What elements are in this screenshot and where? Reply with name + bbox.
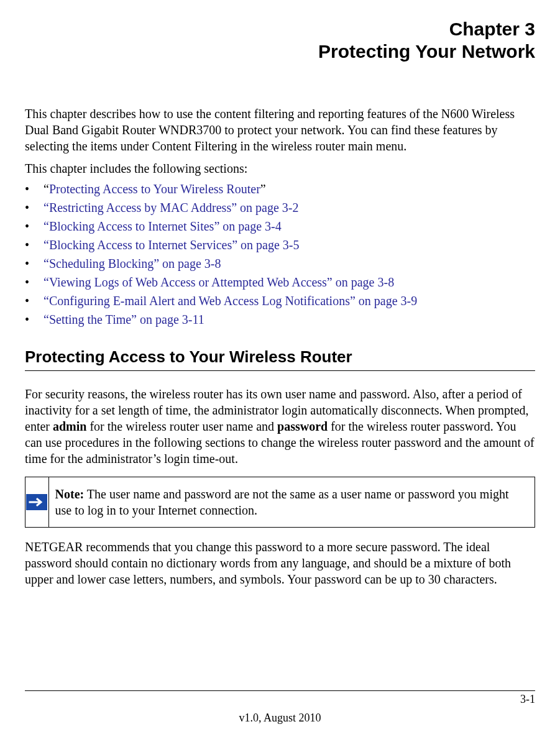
- toc-item: • “Setting the Time” on page 3-11: [25, 310, 535, 329]
- toc-item: • “Protecting Access to Your Wireless Ro…: [25, 180, 535, 198]
- bullet-icon: •: [25, 310, 44, 329]
- body-paragraph-2: NETGEAR recommends that you change this …: [25, 539, 535, 587]
- toc-link[interactable]: “Blocking Access to Internet Services” o…: [44, 238, 300, 252]
- toc-link[interactable]: “Restricting Access by MAC Address” on p…: [44, 201, 298, 214]
- sections-intro-text: This chapter includes the following sect…: [25, 162, 535, 176]
- toc-item: • “Blocking Access to Internet Sites” on…: [25, 217, 535, 236]
- page-number: 3-1: [520, 693, 535, 706]
- toc-quote-open: “: [44, 182, 49, 196]
- section-rule: [25, 370, 535, 371]
- bullet-icon: •: [25, 254, 44, 273]
- bullet-icon: •: [25, 236, 44, 254]
- toc-text: “Blocking Access to Internet Services” o…: [44, 236, 300, 254]
- toc-text: “Blocking Access to Internet Sites” on p…: [44, 217, 282, 236]
- body-paragraph-1: For security reasons, the wireless route…: [25, 386, 535, 467]
- intro-paragraph: This chapter describes how to use the co…: [25, 106, 535, 154]
- toc-item: • “Viewing Logs of Web Access or Attempt…: [25, 273, 535, 291]
- toc-link[interactable]: “Viewing Logs of Web Access or Attempted…: [44, 275, 394, 289]
- chapter-header: Chapter 3 Protecting Your Network: [25, 19, 535, 62]
- toc-list: • “Protecting Access to Your Wireless Ro…: [25, 180, 535, 329]
- note-label: Note:: [55, 487, 85, 501]
- toc-text: “Scheduling Blocking” on page 3-8: [44, 254, 221, 273]
- toc-item: • “Blocking Access to Internet Services”…: [25, 236, 535, 254]
- toc-text: “Configuring E-mail Alert and Web Access…: [44, 291, 417, 310]
- toc-text: “Restricting Access by MAC Address” on p…: [44, 198, 298, 217]
- chapter-title: Protecting Your Network: [25, 41, 535, 62]
- toc-link[interactable]: “Blocking Access to Internet Sites” on p…: [44, 219, 282, 233]
- toc-link[interactable]: Protecting Access to Your Wireless Route…: [49, 182, 260, 196]
- chapter-number: Chapter 3: [25, 19, 535, 40]
- body1-bold2: password: [277, 419, 328, 433]
- footer-rule: [25, 690, 535, 691]
- bullet-icon: •: [25, 291, 44, 310]
- toc-quote-close: ”: [260, 182, 266, 196]
- toc-item: • “Restricting Access by MAC Address” on…: [25, 198, 535, 217]
- note-text-cell: Note: The user name and password are not…: [49, 477, 535, 527]
- toc-item: • “Configuring E-mail Alert and Web Acce…: [25, 291, 535, 310]
- bullet-icon: •: [25, 273, 44, 291]
- section-heading: Protecting Access to Your Wireless Route…: [25, 347, 535, 367]
- toc-link[interactable]: “Configuring E-mail Alert and Web Access…: [44, 294, 417, 308]
- toc-text: “Setting the Time” on page 3-11: [44, 310, 204, 329]
- toc-text: “Protecting Access to Your Wireless Rout…: [44, 180, 266, 198]
- footer-version: v1.0, August 2010: [0, 712, 560, 725]
- bullet-icon: •: [25, 217, 44, 236]
- toc-link[interactable]: “Scheduling Blocking” on page 3-8: [44, 257, 221, 270]
- note-icon-cell: [25, 477, 49, 527]
- bullet-icon: •: [25, 198, 44, 217]
- note-text: The user name and password are not the s…: [55, 487, 509, 517]
- toc-item: • “Scheduling Blocking” on page 3-8: [25, 254, 535, 273]
- body1-text2: for the wireless router user name and: [86, 419, 277, 433]
- note-box: Note: The user name and password are not…: [25, 477, 535, 528]
- arrow-icon: [26, 494, 47, 510]
- bullet-icon: •: [25, 180, 44, 198]
- body1-bold1: admin: [53, 419, 86, 433]
- toc-text: “Viewing Logs of Web Access or Attempted…: [44, 273, 394, 291]
- toc-link[interactable]: “Setting the Time” on page 3-11: [44, 313, 204, 326]
